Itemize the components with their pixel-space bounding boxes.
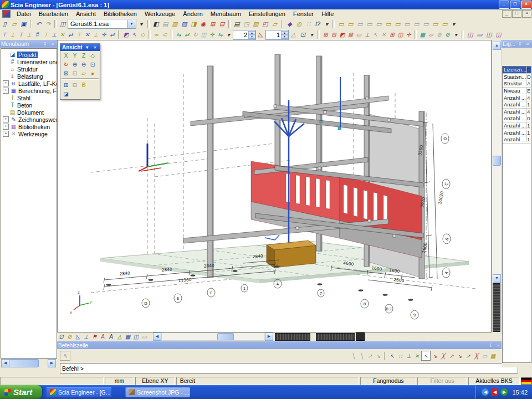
zoom-all-icon[interactable]: ⊠ — [62, 69, 70, 78]
units-icon[interactable]: ◧ — [151, 19, 161, 28]
clip-plane-off-icon[interactable]: ⊟ — [70, 80, 79, 89]
window-new-icon[interactable]: ◫ — [466, 30, 475, 39]
render-b-icon[interactable]: B — [79, 80, 88, 89]
german-flag-icon[interactable] — [521, 377, 532, 385]
view-window-3-icon[interactable]: ▭ — [355, 19, 365, 28]
panels-layout-icon[interactable]: ◫ — [58, 19, 68, 28]
tree-scroll-left-icon[interactable]: ◀ — [1, 359, 9, 367]
tree-item-struktur[interactable]: ⌂Struktur — [1, 65, 57, 73]
select-invert-icon[interactable]: ▭ — [355, 30, 363, 39]
regen-icon[interactable]: ▱ — [427, 30, 435, 39]
eig-row-lizenz[interactable]: Lizenzn...D — [503, 66, 531, 74]
transform-icon[interactable]: ▨ — [180, 19, 189, 28]
status-plane[interactable]: Ebene XY — [135, 377, 175, 385]
mdi-restore-button[interactable]: □ — [512, 10, 521, 18]
snap-line-icon[interactable]: ╲ — [349, 351, 357, 360]
select-cursor-icon[interactable]: ↖ — [130, 30, 139, 39]
print-preview-icon[interactable]: ◳ — [242, 19, 251, 28]
zoom-document-icon[interactable]: ◎ — [294, 19, 304, 28]
tree-item-stahl[interactable]: ⅠStahl — [1, 94, 57, 101]
menu-aendern[interactable]: Ändern — [179, 10, 206, 18]
vscroll-thumb[interactable] — [493, 156, 501, 166]
save-file-icon[interactable]: ▣ — [19, 19, 28, 28]
vscroll-up-icon[interactable]: ▲ — [493, 42, 501, 50]
local-axes-icon[interactable]: ⊥ — [25, 30, 33, 39]
combo-extra-dropdown-icon[interactable]: ▾ — [136, 19, 146, 28]
view-dropdown-icon[interactable]: ▾ — [452, 30, 460, 39]
clip-plane-icon[interactable]: ⊞ — [62, 80, 70, 89]
select-all-icon[interactable]: ⊠ — [346, 30, 355, 39]
minimize-button[interactable]: _ — [499, 1, 509, 9]
tree-item-werkzeuge[interactable]: +✕Werkzeuge — [1, 130, 57, 137]
menu-menuebaum[interactable]: Menübaum — [207, 10, 245, 18]
volume-tray-icon[interactable]: ◀ — [491, 388, 498, 396]
label-nodes-icon[interactable]: # — [33, 30, 42, 39]
document-icon[interactable]: ▱ — [270, 19, 279, 28]
eig-pin-icon[interactable]: ↧ — [516, 41, 523, 47]
triad-toggle-icon[interactable]: ◺ — [74, 332, 82, 341]
snap-quadrant-icon[interactable]: ╳ — [472, 351, 480, 360]
wireframe-icon[interactable]: ∅ — [57, 332, 65, 341]
eig-close-icon[interactable]: × — [524, 41, 531, 47]
status-ucs[interactable]: Aktuelles BKS — [468, 377, 520, 385]
ansicht-header[interactable]: Ansicht ▾ × — [60, 44, 100, 51]
mdi-minimize-button[interactable]: _ — [502, 10, 511, 18]
modify-dropdown-icon[interactable]: ▾ — [224, 30, 233, 39]
select-by-layer-icon[interactable]: ⊟ — [330, 30, 338, 39]
clipboard-icon[interactable]: ◨ — [189, 19, 198, 28]
page-spinbox[interactable]: 1 ▲▼ — [265, 30, 289, 40]
status-units[interactable]: mm — [105, 377, 135, 385]
window-tile-icon[interactable]: ◫ — [484, 30, 494, 39]
scale-up-icon[interactable]: ▲ — [248, 31, 255, 35]
menubaum-pin-icon[interactable]: ↧ — [42, 41, 48, 47]
terrain-toggle-icon[interactable]: △ — [115, 332, 124, 341]
snap-tangent-icon[interactable]: ↗ — [464, 351, 472, 360]
status-filter-toggle[interactable]: Filter aus — [417, 377, 467, 385]
rotate-icon[interactable]: ↻ — [191, 30, 200, 39]
library-book-icon[interactable]: ▧ — [251, 19, 260, 28]
dialog-grid-icon[interactable]: ⊞ — [208, 19, 217, 28]
taskbar-task-screenshot[interactable]: Screenshot.JPG - ... — [125, 387, 190, 397]
ansicht-dropdown-icon[interactable]: ▾ — [84, 45, 90, 50]
rotate-view-icon[interactable]: ↻ — [62, 60, 70, 69]
lock-selection-icon[interactable]: ✕ — [380, 30, 388, 39]
menubaum-close-icon[interactable]: × — [49, 41, 56, 47]
mdi-close-button[interactable]: × — [522, 10, 531, 18]
vscroll-down-icon[interactable]: ▼ — [493, 274, 501, 283]
scale-down-icon[interactable]: ▼ — [248, 35, 255, 39]
help-dropdown-icon[interactable]: ▾ — [323, 19, 331, 28]
labels-plus-icon[interactable]: A — [99, 332, 107, 341]
point-info-icon[interactable]: ∷ — [304, 19, 313, 28]
view-perspective-icon[interactable]: ◇ — [88, 51, 97, 60]
start-button[interactable]: Start — [0, 385, 42, 399]
mirror-icon[interactable]: ◫ — [200, 30, 208, 39]
compress-icon[interactable]: ⇄ — [108, 30, 116, 39]
view-params-icon[interactable]: ▦ — [418, 30, 427, 39]
new-file-icon[interactable]: ▯ — [0, 19, 9, 28]
snap-endpoint-icon[interactable]: ↖ — [421, 351, 431, 361]
eig-row-anzahl-1[interactable]: Anzahl ...4 — [503, 94, 531, 101]
eig-row-anzahl-3[interactable]: Anzahl ...4 — [503, 109, 531, 116]
menu-hilfe[interactable]: Hilfe — [318, 10, 337, 18]
taskbar-clock[interactable]: 15:42 — [512, 389, 528, 396]
layer-filter-icon[interactable]: △ — [289, 30, 298, 39]
split-members-icon[interactable]: ✕ — [83, 30, 91, 39]
hscroll-thumb[interactable] — [217, 333, 234, 340]
select-polygon-icon[interactable]: ◇ — [139, 30, 147, 39]
shading-icon[interactable]: ⊘ — [443, 30, 452, 39]
workplane-icon[interactable]: ◫ — [396, 30, 405, 39]
eig-row-anzahl-5[interactable]: Anzahl ...1 — [503, 122, 531, 130]
print-icon[interactable]: ▤ — [232, 19, 242, 28]
snap-angle-icon[interactable]: ↗ — [366, 351, 374, 360]
redo-icon[interactable]: ↷ — [43, 19, 53, 28]
align-members-icon[interactable]: ⊤ — [75, 30, 83, 39]
snap-ruler-icon[interactable]: ▭ — [480, 351, 489, 360]
surface-display-icon[interactable]: ⊤ — [17, 30, 25, 39]
chain-closed-icon[interactable]: ⊂ — [161, 30, 169, 39]
light-bulb-icon[interactable]: ● — [88, 69, 97, 78]
hyperlink-icon[interactable]: ◆ — [285, 19, 294, 28]
shaded-icon[interactable]: ⊘ — [65, 332, 74, 341]
snap-center-icon[interactable]: ↘ — [456, 351, 464, 360]
model-viewport[interactable]: z y x 2840 2840 2840 11360 2840 4600 160… — [57, 40, 492, 332]
page-up-icon[interactable]: ▲ — [281, 31, 288, 35]
